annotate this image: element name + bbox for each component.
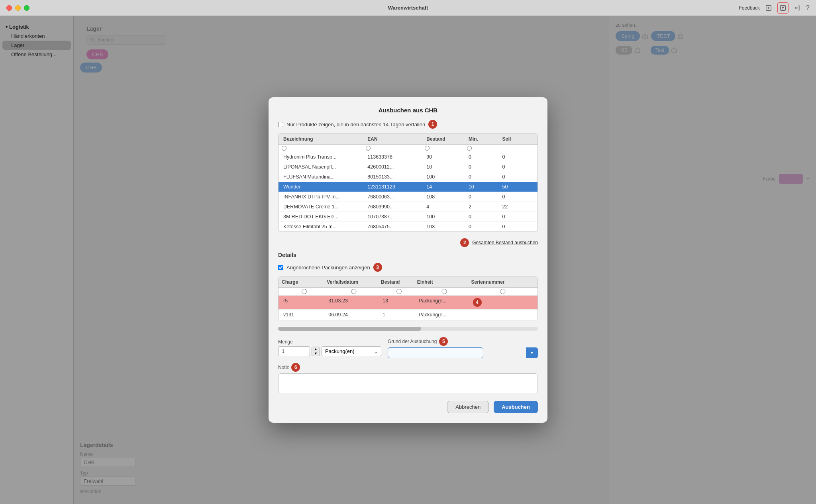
table-row[interactable]: 3M RED DOT EKG Ele... 10707387... 100 0 … <box>279 212 537 222</box>
step-badge-2: 2 <box>460 238 469 247</box>
cell-min: 0 <box>467 224 501 229</box>
batch-row-selected[interactable]: r5 31.03.23 13 Packung(e... 4 <box>279 295 537 309</box>
einheit-select[interactable]: Packung(en) <box>322 346 381 356</box>
product-radio-bestand[interactable] <box>425 146 430 151</box>
angebrochene-checkbox[interactable] <box>278 265 283 270</box>
cell-bezeichnung: 3M RED DOT EKG Ele... <box>282 214 366 220</box>
batch-table-body[interactable]: r5 31.03.23 13 Packung(e... 4 v131 06.09… <box>279 295 537 320</box>
col-bestand2: Bestand <box>381 279 417 285</box>
menge-group: Menge ▲ ▼ Packung(en) <box>278 339 381 356</box>
cell-ean: 76805475... <box>366 224 425 229</box>
cell-min: 0 <box>467 154 501 160</box>
cell-seriennummer: 4 <box>471 298 535 307</box>
feedback-button[interactable]: Feedback <box>739 5 760 11</box>
notiz-label: Notiz <box>278 365 289 370</box>
logout-icon[interactable] <box>792 2 803 14</box>
cell-soll: 0 <box>500 194 534 200</box>
step-badge-6: 6 <box>291 363 300 372</box>
cell-verfallsdatum: 06.09.24 <box>327 312 381 318</box>
product-table: Bezeichnung EAN Bestand Min. Soll Hydron… <box>278 133 538 232</box>
cell-soll: 0 <box>500 214 534 220</box>
einheit-select-wrapper: Packung(en) <box>322 346 381 356</box>
cell-bezeichnung: FLUFSAN Mutandina... <box>282 174 366 180</box>
step-badge-3: 3 <box>373 263 382 272</box>
table-row[interactable]: Ketesse Filmtabl 25 m... 76805475... 103… <box>279 222 537 231</box>
cell-bestand: 10 <box>425 164 467 170</box>
grund-group: Grund der Ausbuchung 5 ▼ <box>388 337 538 358</box>
grund-select-wrapper: ▼ <box>388 347 538 358</box>
modal-title: Ausbuchen aus CHB <box>278 107 538 114</box>
product-table-body[interactable]: Hydronim Plus Transp... 113633378 90 0 0… <box>279 152 537 231</box>
filter-checkbox[interactable] <box>278 122 283 127</box>
product-radio-ean[interactable] <box>366 146 371 151</box>
cancel-button[interactable]: Abbrechen <box>447 401 489 413</box>
cell-verfallsdatum: 31.03.23 <box>327 298 381 307</box>
cell-bestand: 100 <box>425 214 467 220</box>
cell-soll: 22 <box>500 204 534 210</box>
batch-radio-seriennummer[interactable] <box>471 289 535 294</box>
filter-checkbox-label: Nur Produkte zeigen, die in den nächsten… <box>286 122 425 127</box>
menge-up[interactable]: ▲ <box>312 347 320 351</box>
minimize-button[interactable] <box>15 5 21 11</box>
batch-radio-bestand[interactable] <box>381 289 417 294</box>
menge-stepper[interactable]: ▲ ▼ <box>312 347 320 356</box>
cell-bezeichnung: Hydronim Plus Transp... <box>282 154 366 160</box>
batch-radio-verfallsdatum[interactable] <box>327 289 381 294</box>
product-radio-min[interactable] <box>467 146 472 151</box>
close-button[interactable] <box>6 5 12 11</box>
share-icon[interactable] <box>777 2 789 14</box>
cell-ean: 42600012... <box>366 164 425 170</box>
cell-bestand: 100 <box>425 174 467 180</box>
help-button[interactable]: ? <box>806 4 810 12</box>
step-badge-1: 1 <box>428 120 437 129</box>
horizontal-scrollbar[interactable] <box>278 327 538 331</box>
gesamten-bestand-button[interactable]: Gesamten Bestand ausbuchen <box>472 240 538 245</box>
export-icon[interactable] <box>763 2 774 14</box>
cell-soll: 0 <box>500 174 534 180</box>
cell-bestand: 103 <box>425 224 467 229</box>
step-badge-4: 4 <box>473 298 482 307</box>
cell-einheit: Packung(e... <box>417 312 471 318</box>
cell-ean: 80150133... <box>366 174 425 180</box>
cell-min: 2 <box>467 204 501 210</box>
grund-select-arrow: ▼ <box>527 347 538 358</box>
table-row[interactable]: DERMOVATE Creme 1... 76803990... 4 2 22 <box>279 202 537 212</box>
cell-bestand: 108 <box>425 194 467 200</box>
batch-radio-row <box>279 288 537 295</box>
modal-footer: Abbrechen Ausbuchen <box>278 401 538 413</box>
table-row[interactable]: INFANRIX DTPa-IPV In... 76800063... 108 … <box>279 192 537 202</box>
grund-label: Grund der Ausbuchung <box>388 339 437 344</box>
table-row[interactable]: Hydronim Plus Transp... 113633378 90 0 0 <box>279 152 537 162</box>
col-min: Min. <box>467 136 501 142</box>
menge-down[interactable]: ▼ <box>312 351 320 356</box>
grund-select[interactable] <box>388 347 483 358</box>
titlebar-actions: Feedback ? <box>739 2 810 14</box>
traffic-lights <box>6 5 29 11</box>
cell-min: 0 <box>467 174 501 180</box>
batch-radio-einheit[interactable] <box>417 289 471 294</box>
modal-backdrop: Ausbuchen aus CHB Nur Produkte zeigen, d… <box>0 16 816 504</box>
col-verfallsdatum: Verfallsdatum <box>327 279 381 285</box>
cell-charge: v131 <box>282 312 327 318</box>
product-radio-bezeichnung[interactable] <box>282 146 286 151</box>
table-row[interactable]: FLUFSAN Mutandina... 80150133... 100 0 0 <box>279 172 537 182</box>
fullscreen-button[interactable] <box>24 5 29 11</box>
col-bestand: Bestand <box>425 136 467 142</box>
cell-charge: r5 <box>282 298 327 307</box>
batch-row[interactable]: v131 06.09.24 1 Packung(e... <box>279 309 537 320</box>
table-row-selected[interactable]: Wunder 1231131123 14 10 50 <box>279 182 537 192</box>
cell-min: 0 <box>467 214 501 220</box>
table-row[interactable]: LIPONASAL Nasenpfl... 42600012... 10 0 0 <box>279 162 537 172</box>
scrollbar-thumb[interactable] <box>278 327 421 331</box>
form-row: Menge ▲ ▼ Packung(en) Grund d <box>278 337 538 358</box>
col-seriennummer: Seriennummer <box>471 279 535 285</box>
cell-bezeichnung: Wunder <box>282 184 366 190</box>
batch-radio-charge[interactable] <box>282 289 327 294</box>
notiz-input[interactable] <box>278 373 538 393</box>
cell-ean: 10707387... <box>366 214 425 220</box>
cell-bezeichnung: DERMOVATE Creme 1... <box>282 204 366 210</box>
menge-input-group: ▲ ▼ Packung(en) <box>278 346 381 356</box>
ausbuchen-button[interactable]: Ausbuchen <box>494 401 538 413</box>
menge-input[interactable] <box>278 346 310 356</box>
angebrochene-label: Angebrochene Packungen anzeigen <box>286 265 370 271</box>
